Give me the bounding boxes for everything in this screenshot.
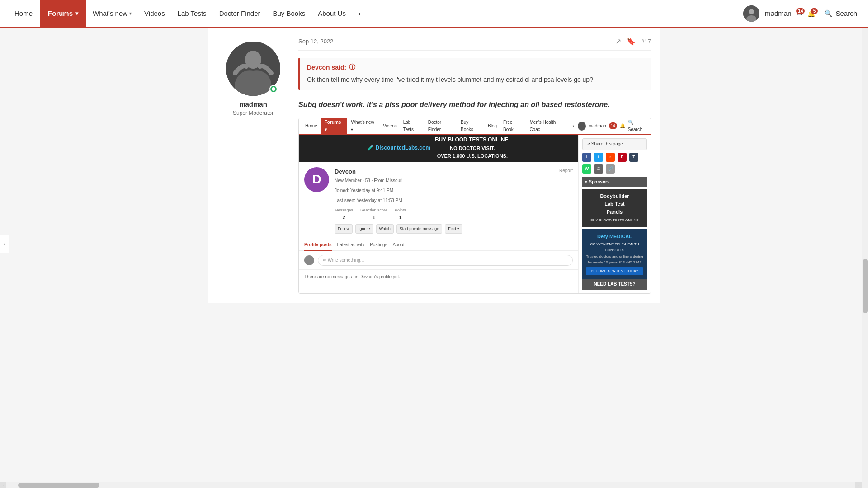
whats-new-dropdown-icon: ▾ — [129, 11, 132, 16]
search-button[interactable]: 🔍 Search — [821, 9, 861, 18]
mini-need-lab-tests: NEED LAB TESTS? — [582, 279, 647, 290]
mini-write-area: ✏ Write something... — [299, 251, 578, 270]
mini-find-btn: Find ▾ — [445, 224, 462, 233]
navbar: Home Forums ▾ What's new ▾ Videos Lab Te… — [0, 0, 868, 28]
mini-sponsor-card-2: Defy MEDICAL CONVENIENT TELE-HEALTH CONS… — [582, 229, 647, 279]
mini-write-avatar — [304, 255, 314, 265]
mini-social-link: 🔗 — [606, 164, 615, 174]
mini-report: Report — [559, 167, 573, 234]
mini-write-input: ✏ Write something... — [318, 255, 573, 266]
notifications-badge[interactable]: ✉ 14 — [797, 10, 802, 17]
mini-tab-about: About — [393, 239, 405, 251]
mini-stat-points: Points 1 — [395, 207, 406, 221]
mini-stats: Messages 2 Reaction score 1 — [335, 207, 554, 221]
mini-share-btn: ↗ Share this page — [582, 138, 647, 150]
mini-main: 🧪 DiscountedLabs.com BUY BLOOD TESTS ONL… — [299, 135, 578, 293]
nav-forums-label: Forums — [48, 9, 73, 17]
post-container: madman Super Moderator Sep 12, 2022 ↗ 🔖 … — [208, 28, 660, 303]
mini-tab-profile-posts: Profile posts — [304, 239, 332, 251]
mini-nav-avatar — [578, 122, 586, 131]
nav-right: madman ✉ 14 🔔 5 🔍 Search — [743, 5, 861, 22]
embedded-screenshot: Home Forums ▾ What's new ▾ Videos Lab Te… — [298, 118, 651, 294]
post-date: Sep 12, 2022 — [298, 38, 333, 45]
mini-nav-badge1: 14 — [609, 122, 617, 129]
mini-profile-avatar: D — [304, 167, 329, 192]
mini-social-tumblr: T — [629, 153, 638, 162]
post-author-role: Super Moderator — [233, 110, 274, 116]
alerts-badge[interactable]: 🔔 5 — [807, 10, 815, 17]
share-button[interactable]: ↗ — [615, 37, 621, 46]
mini-body: 🧪 DiscountedLabs.com BUY BLOOD TESTS ONL… — [299, 135, 651, 293]
nav-about-us[interactable]: About Us — [311, 9, 352, 17]
mini-nav-labtests: Lab Tests — [401, 119, 425, 133]
mini-stat-reaction: Reaction score 1 — [360, 207, 387, 221]
forums-dropdown-icon: ▾ — [75, 10, 78, 17]
mini-profile-name: Devcon — [335, 167, 554, 177]
nav-doctor-finder-label: Doctor Finder — [219, 9, 260, 17]
mini-profile-joined: Joined: Yesterday at 9:41 PM — [335, 187, 554, 194]
mini-nav-whatsnew: What's new ▾ — [348, 119, 379, 133]
online-indicator — [269, 85, 278, 93]
mini-social-whatsapp: W — [582, 164, 591, 174]
mini-tab-postings: Postings — [370, 239, 387, 251]
mini-profile: D Devcon New Member · 58 · From Missouri… — [299, 162, 578, 239]
mini-nav-home: Home — [302, 122, 320, 130]
mini-sponsor-card-1: BodybuilderLab TestPanels BUY BLOOD TEST… — [582, 189, 647, 228]
post-main-text: Subq doesn't work. It's a piss poor deli… — [298, 99, 651, 111]
vertical-scrollbar[interactable] — [862, 28, 868, 321]
mini-forum: Home Forums ▾ What's new ▾ Videos Lab Te… — [299, 118, 651, 293]
nav-doctor-finder[interactable]: Doctor Finder — [213, 9, 267, 17]
mini-social-pinterest: P — [618, 153, 627, 162]
scrollbar-thumb[interactable] — [863, 259, 868, 313]
user-avatar-wrap — [226, 42, 280, 96]
post-content: Sep 12, 2022 ↗ 🔖 #17 Devcon said: ⓘ Ok t… — [298, 37, 651, 294]
nav-username[interactable]: madman — [765, 9, 791, 17]
mini-profile-tabs: Profile posts Latest activity Postings A… — [299, 239, 578, 251]
mini-social-icons: f t r P T W @ 🔗 — [582, 153, 647, 174]
mini-nav-forums: Forums ▾ — [321, 118, 348, 134]
mini-profile-info: Devcon New Member · 58 · From Missouri J… — [335, 167, 554, 234]
nav-lab-tests[interactable]: Lab Tests — [171, 9, 213, 17]
mini-social-email: @ — [594, 164, 603, 174]
mini-nav-blog: Blog — [485, 122, 500, 130]
mini-social-facebook: f — [582, 153, 591, 162]
mini-nav-username: madman — [589, 122, 606, 130]
mini-follow-btn: Follow — [335, 224, 353, 233]
nav-forums-button[interactable]: Forums ▾ — [40, 0, 86, 28]
quote-author-name: Devcon said: — [307, 64, 346, 71]
nav-user-avatar[interactable] — [743, 5, 760, 22]
mini-nav-right: madman 14 🔔 🔍 Search — [578, 119, 647, 133]
quote-text: Ok then tell me why every time I've trie… — [307, 75, 644, 84]
post-body: Subq doesn't work. It's a piss poor deli… — [298, 99, 651, 294]
nav-videos-label: Videos — [144, 9, 165, 17]
mini-profile-actions: Follow Ignore Watch Start private messag… — [335, 224, 554, 233]
mini-nav-menshealth: Men's Health Coac — [527, 119, 569, 133]
quote-block: Devcon said: ⓘ Ok then tell me why every… — [298, 58, 651, 90]
mini-nav-buybooks: Buy Books — [458, 119, 484, 133]
nav-buy-books[interactable]: Buy Books — [267, 9, 312, 17]
search-icon: 🔍 — [824, 9, 833, 18]
post-author-name[interactable]: madman — [239, 100, 267, 108]
nav-whats-new[interactable]: What's new ▾ — [86, 9, 138, 17]
mini-banner-logo: 🧪 DiscountedLabs.com — [367, 144, 430, 152]
mini-ignore-btn: Ignore — [355, 224, 373, 233]
nav-videos[interactable]: Videos — [138, 9, 171, 17]
nav-more-icon: › — [359, 9, 361, 17]
main-content: madman Super Moderator Sep 12, 2022 ↗ 🔖 … — [208, 28, 660, 321]
mini-watch-btn: Watch — [376, 224, 394, 233]
bookmark-button[interactable]: 🔖 — [627, 37, 636, 46]
mini-profile-lastseen: Last seen: Yesterday at 11:53 PM — [335, 197, 554, 204]
notifications-count: 14 — [796, 8, 805, 14]
quote-author: Devcon said: ⓘ — [307, 63, 644, 71]
post-number: #17 — [641, 38, 651, 45]
mini-nav: Home Forums ▾ What's new ▾ Videos Lab Te… — [299, 118, 651, 135]
nav-more-button[interactable]: › — [352, 9, 367, 17]
mini-nav-more: › — [570, 122, 576, 130]
collapse-sidebar-button[interactable]: ‹ — [0, 235, 9, 253]
mini-nav-badge2: 🔔 — [620, 122, 625, 130]
alerts-count: 5 — [811, 8, 818, 14]
nav-home[interactable]: Home — [7, 9, 40, 17]
nav-buy-books-label: Buy Books — [273, 9, 306, 17]
nav-about-us-label: About Us — [318, 9, 346, 17]
avatar-image — [743, 5, 760, 22]
